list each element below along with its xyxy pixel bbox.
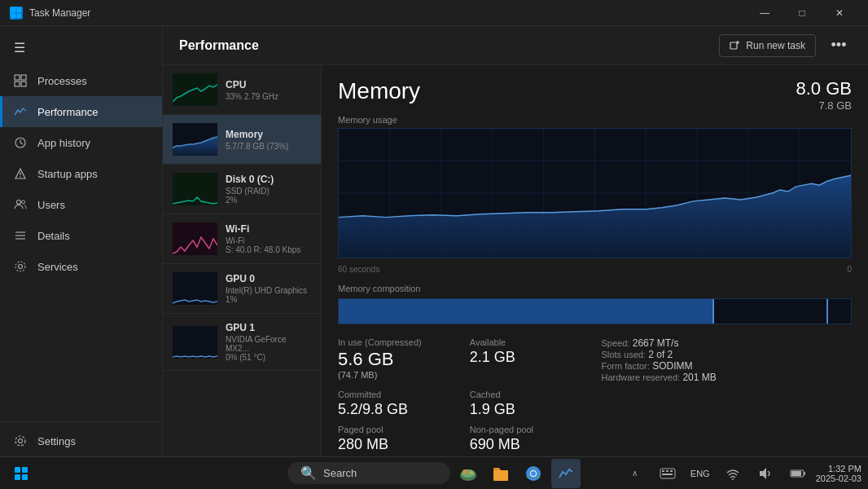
svg-rect-4: [15, 75, 20, 80]
sidebar-item-services[interactable]: Services: [0, 251, 162, 282]
hw-reserved-label: Hardware reserved:: [602, 372, 681, 382]
disk-name: Disk 0 (C:): [226, 174, 274, 185]
non-paged-value: 690 MB: [470, 436, 589, 453]
svg-rect-44: [15, 467, 20, 473]
wifi-name: Wi-Fi: [226, 223, 300, 235]
gpu1-name: GPU 1: [226, 322, 311, 333]
svg-rect-28: [173, 222, 217, 255]
perf-item-memory[interactable]: Memory 5.7/7.8 GB (73%): [163, 115, 321, 165]
svg-point-12: [17, 200, 21, 205]
settings-icon: [13, 434, 28, 448]
wifi-sub: Wi-Fi S: 40.0 R: 48.0 Kbps: [226, 236, 300, 254]
content-area: Performance Run new task •••: [163, 26, 868, 456]
perf-item-gpu1[interactable]: GPU 1 NVIDIA GeForce MX2... 0% (51 °C): [163, 314, 321, 371]
graph-right-label: 0: [847, 265, 852, 274]
volume-icon[interactable]: [751, 459, 780, 488]
sidebar-item-settings[interactable]: Settings: [0, 425, 162, 456]
taskbar: 🔍 Search: [0, 456, 868, 489]
taskbar-time: 1:32 PM 2025-02-03: [816, 464, 861, 483]
stat-cached: Cached 1.9 GB: [470, 390, 589, 418]
perf-item-gpu0[interactable]: GPU 0 Intel(R) UHD Graphics 1%: [163, 264, 321, 314]
sidebar-item-users[interactable]: Users: [0, 189, 162, 220]
comp-available: [714, 299, 826, 324]
app-icon: [10, 7, 23, 20]
svg-rect-58: [666, 470, 669, 472]
svg-rect-6: [15, 82, 20, 86]
language-label[interactable]: ENG: [686, 459, 715, 488]
svg-point-19: [19, 439, 23, 443]
minimize-button[interactable]: —: [746, 0, 783, 26]
sidebar-item-label: Users: [37, 199, 65, 211]
perf-item-cpu[interactable]: CPU 33% 2.79 GHz: [163, 65, 321, 115]
sidebar-item-label: Settings: [37, 435, 76, 447]
run-new-task-button[interactable]: Run new task: [719, 34, 816, 57]
maximize-button[interactable]: □: [783, 0, 821, 26]
sidebar-item-startup-apps[interactable]: Startup apps: [0, 158, 162, 189]
paged-pool-label: Paged pool: [338, 425, 457, 434]
svg-rect-0: [11, 8, 15, 12]
sidebar-item-performance[interactable]: Performance: [0, 96, 162, 127]
cached-label: Cached: [470, 390, 589, 399]
close-button[interactable]: ✕: [821, 0, 858, 26]
performance-icon: [13, 104, 28, 119]
battery-icon[interactable]: [783, 459, 813, 488]
memory-total: 8.0 GB 7.8 GB: [796, 78, 852, 112]
gpu1-sub: NVIDIA GeForce MX2... 0% (51 °C): [226, 335, 311, 362]
available-value: 2.1 GB: [470, 349, 589, 366]
composition-bar: [338, 298, 852, 324]
sidebar: ☰ Processes Performance: [0, 26, 163, 456]
app-body: ☰ Processes Performance: [0, 26, 868, 456]
stats-grid: In use (Compressed) 5.6 GB (74.7 MB) Ava…: [338, 337, 852, 453]
svg-rect-1: [17, 8, 21, 12]
run-task-icon: [730, 40, 741, 51]
details-icon: [13, 228, 28, 243]
disk-mini-graph: [173, 173, 217, 205]
svg-rect-21: [730, 42, 737, 49]
perf-item-wifi[interactable]: Wi-Fi Wi-Fi S: 40.0 R: 48.0 Kbps: [163, 214, 321, 264]
window-title: Task Manager: [29, 7, 90, 19]
svg-rect-30: [173, 326, 217, 359]
hamburger-menu[interactable]: ☰: [3, 33, 36, 62]
gpu0-info: GPU 0 Intel(R) UHD Graphics 1%: [226, 273, 307, 304]
svg-rect-7: [21, 82, 26, 86]
svg-rect-59: [670, 470, 673, 472]
sidebar-item-processes[interactable]: Processes: [0, 65, 162, 96]
start-button[interactable]: [7, 459, 36, 488]
in-use-value: 5.6 GB: [338, 349, 457, 370]
more-options-button[interactable]: •••: [826, 33, 852, 59]
system-tray-chevron[interactable]: ∧: [620, 459, 650, 488]
taskbar-search[interactable]: 🔍 Search: [287, 462, 450, 484]
sidebar-item-label: App history: [37, 137, 90, 149]
taskbar-file-explorer[interactable]: [486, 459, 515, 488]
memory-graph: [338, 128, 852, 258]
speed-value: 2667 MT/s: [633, 337, 679, 349]
users-icon: [13, 197, 28, 212]
slots-value: 2 of 2: [648, 349, 673, 360]
keyboard-icon[interactable]: [653, 459, 682, 488]
taskbar-chrome[interactable]: [519, 459, 548, 488]
graph-left-label: 60 seconds: [338, 265, 379, 274]
speed-label: Speed:: [602, 338, 630, 348]
taskbar-task-manager[interactable]: [551, 459, 581, 488]
sidebar-item-label: Performance: [37, 106, 98, 118]
memory-info: Memory 5.7/7.8 GB (73%): [226, 129, 288, 151]
form-factor-value: SODIMM: [652, 360, 692, 372]
svg-rect-45: [22, 467, 28, 473]
perf-item-disk0[interactable]: Disk 0 (C:) SSD (RAID) 2%: [163, 165, 321, 214]
svg-rect-5: [21, 75, 26, 80]
wifi-status-icon[interactable]: [718, 459, 747, 488]
cpu-name: CPU: [226, 79, 278, 90]
sidebar-item-app-history[interactable]: App history: [0, 127, 162, 158]
sidebar-item-details[interactable]: Details: [0, 220, 162, 251]
sidebar-bottom: Settings: [0, 421, 162, 456]
cached-value: 1.9 GB: [470, 401, 589, 418]
wifi-mini-graph: [173, 222, 217, 255]
taskbar-app-icon[interactable]: [454, 459, 483, 488]
non-paged-label: Non-paged pool: [470, 425, 589, 434]
search-text: Search: [323, 467, 357, 479]
svg-point-20: [15, 436, 25, 446]
in-use-label: In use (Compressed): [338, 337, 457, 347]
disk-info: Disk 0 (C:) SSD (RAID) 2%: [226, 174, 274, 205]
title-bar-left: Task Manager: [10, 7, 90, 20]
svg-rect-27: [173, 173, 217, 205]
